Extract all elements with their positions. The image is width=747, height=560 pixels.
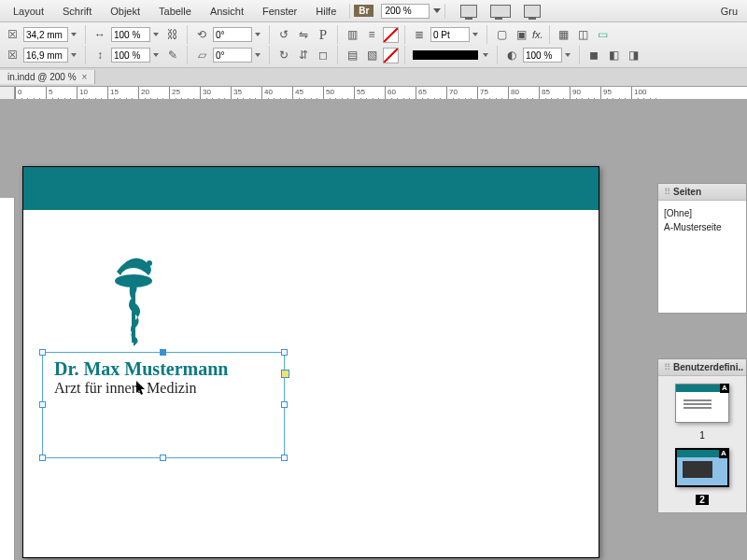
master-none[interactable]: [Ohne] <box>664 206 740 220</box>
close-icon[interactable]: × <box>82 72 88 82</box>
doctor-subtitle: Arzt für innere Medizin <box>43 380 284 397</box>
align-icon[interactable]: ▧ <box>363 47 380 63</box>
distribute-icon[interactable]: ≡ <box>363 26 380 43</box>
chevron-down-icon[interactable] <box>153 53 159 57</box>
menu-objekt[interactable]: Objekt <box>101 6 149 17</box>
rotate-cw-icon[interactable]: ↻ <box>275 47 292 63</box>
resize-handle[interactable] <box>281 401 288 408</box>
pages-panel[interactable]: ⠿ Seiten [Ohne] A-Musterseite <box>657 183 747 314</box>
control-bar: ☒ ↔ ⛓ ⟲ ↺ ⇋ P ▥ ≡ ≣ ▢ ▣ fx. ▦ ◫ ▭ ☒ ↕ ✎ <box>0 22 747 68</box>
document-tabs: in.indd @ 200 % × <box>0 68 747 87</box>
rotate-ccw-icon[interactable]: ↺ <box>275 26 292 43</box>
chevron-down-icon[interactable] <box>255 33 261 36</box>
scale-x-input[interactable] <box>111 27 150 42</box>
page-thumbnail-2[interactable]: A <box>675 448 729 487</box>
resize-handle[interactable] <box>39 455 46 461</box>
resize-handle[interactable] <box>160 455 166 461</box>
text-frame-selected[interactable]: Dr. Max Mustermann Arzt für innere Mediz… <box>42 352 285 458</box>
master-pages-list[interactable]: [Ohne] A-Musterseite <box>658 201 746 313</box>
chevron-down-icon[interactable] <box>433 8 441 13</box>
zoom-input[interactable] <box>381 4 430 19</box>
page[interactable]: Dr. Max Mustermann Arzt für innere Mediz… <box>22 166 599 558</box>
scale-y-icon: ↕ <box>92 47 108 63</box>
align-icon[interactable]: ▤ <box>344 47 360 63</box>
menu-fenster[interactable]: Fenster <box>253 6 306 17</box>
zoom-control[interactable] <box>381 4 441 19</box>
screen-icon[interactable] <box>524 5 541 18</box>
menu-layout[interactable]: Layout <box>4 6 53 17</box>
panel-header[interactable]: ⠿ Benutzerdefini.. <box>658 359 746 376</box>
grip-icon[interactable]: ⠿ <box>664 187 669 197</box>
stroke-style-swatch[interactable] <box>413 50 478 60</box>
page-number: 1 <box>699 430 705 441</box>
p-char-icon[interactable]: P <box>315 26 331 43</box>
medical-logo-icon <box>107 255 160 350</box>
options-icon[interactable]: ◧ <box>605 47 622 63</box>
chevron-down-icon[interactable] <box>153 33 159 36</box>
vertical-ruler[interactable] <box>0 198 15 560</box>
scale-y-input[interactable] <box>111 48 150 63</box>
fit-content-icon[interactable]: ◫ <box>575 26 592 43</box>
menu-schrift[interactable]: Schrift <box>53 6 101 17</box>
page-number: 2 <box>696 495 709 505</box>
opacity-input[interactable] <box>523 48 562 63</box>
shear-icon: ▱ <box>193 47 210 63</box>
canvas[interactable]: Dr. Max Mustermann Arzt für innere Mediz… <box>0 99 747 560</box>
textwrap-around-icon[interactable]: ▣ <box>513 26 529 43</box>
flip-h-icon[interactable]: ⇋ <box>295 26 312 43</box>
fx-label[interactable]: fx. <box>532 29 543 40</box>
resize-handle[interactable] <box>39 401 46 408</box>
align-to-icon[interactable]: ▥ <box>344 26 360 43</box>
arrange-docs-icon[interactable] <box>490 5 511 18</box>
resize-handle[interactable] <box>281 455 288 461</box>
svg-point-2 <box>147 260 152 266</box>
select-container-icon[interactable]: ◻ <box>315 47 331 63</box>
panel-header[interactable]: ⠿ Seiten <box>658 184 746 201</box>
shear-input[interactable] <box>213 48 252 63</box>
chevron-down-icon[interactable] <box>255 53 261 57</box>
link-icon[interactable]: ⛓ <box>164 26 181 43</box>
resize-handle[interactable] <box>39 349 46 356</box>
resize-handle[interactable] <box>160 349 166 356</box>
drop-shadow-icon[interactable]: ◼ <box>585 47 602 63</box>
frame-fit-icon[interactable]: ▭ <box>595 26 612 43</box>
chevron-down-icon[interactable] <box>565 53 571 57</box>
x-input[interactable] <box>23 27 68 42</box>
menu-separator <box>444 4 445 19</box>
menu-tabelle[interactable]: Tabelle <box>149 6 201 17</box>
reference-point-icon[interactable]: ☒ <box>4 47 21 63</box>
corner-options-icon[interactable]: ▦ <box>556 26 572 43</box>
chevron-down-icon[interactable] <box>71 53 77 57</box>
mouse-cursor-icon <box>136 381 148 398</box>
bridge-badge-icon[interactable]: Br <box>354 5 374 17</box>
menu-ansicht[interactable]: Ansicht <box>201 6 253 17</box>
workspace-label[interactable]: Gru <box>721 6 743 17</box>
page-thumbnail-1[interactable]: A <box>675 384 729 423</box>
master-a[interactable]: A-Musterseite <box>664 220 740 234</box>
menu-hilfe[interactable]: Hilfe <box>306 6 345 17</box>
stroke-weight-input[interactable] <box>430 27 470 42</box>
flip-v-icon[interactable]: ⇵ <box>295 47 312 63</box>
page-thumbnails: A 1 A 2 <box>658 376 746 512</box>
fill-none-swatch-icon[interactable] <box>383 27 399 43</box>
opacity-icon: ◐ <box>503 47 520 63</box>
master-badge-icon: A <box>720 384 729 393</box>
screen-mode-icon[interactable] <box>460 5 477 18</box>
doc-tab[interactable]: in.indd @ 200 % × <box>0 70 95 84</box>
reference-point-icon[interactable]: ☒ <box>4 26 21 43</box>
y-input[interactable] <box>23 48 68 63</box>
chevron-down-icon[interactable] <box>472 33 478 36</box>
custom-panel[interactable]: ⠿ Benutzerdefini.. A 1 A 2 <box>657 358 747 513</box>
resize-handle[interactable] <box>281 349 288 356</box>
stroke-none-swatch-icon[interactable] <box>383 48 399 63</box>
text-outport-icon[interactable] <box>281 370 289 378</box>
clear-transform-icon[interactable]: ✎ <box>164 47 181 63</box>
chevron-down-icon[interactable] <box>483 53 488 57</box>
textwrap-none-icon[interactable]: ▢ <box>493 26 510 43</box>
rotate-input[interactable] <box>213 27 252 42</box>
chevron-down-icon[interactable] <box>71 33 77 36</box>
doctor-name: Dr. Max Mustermann <box>43 353 284 380</box>
options-icon[interactable]: ◨ <box>625 47 641 63</box>
master-badge-icon: A <box>719 449 728 458</box>
grip-icon[interactable]: ⠿ <box>664 362 669 372</box>
